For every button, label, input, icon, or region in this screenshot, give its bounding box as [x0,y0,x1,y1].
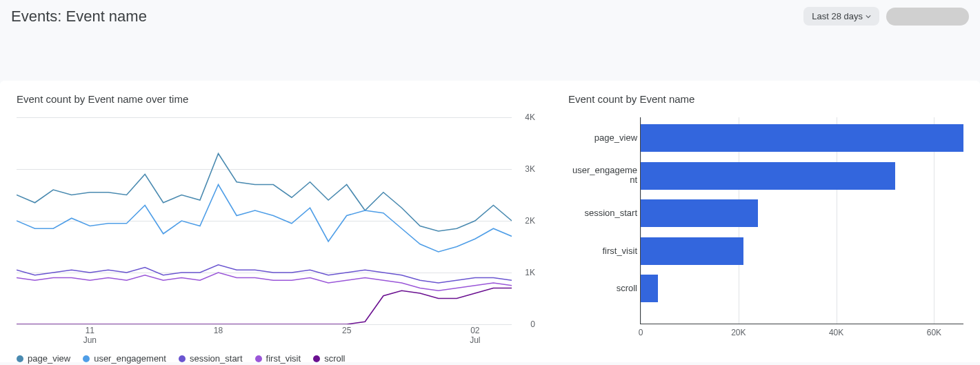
header: Events: Event name Last 28 days [0,0,980,26]
legend-dot-icon [255,355,262,362]
panel-line-chart: Event count by Event name over time 01K2… [0,93,552,362]
bar-user_engagement [641,162,895,190]
line-chart-plot [17,117,512,324]
bar-label-page_view: page_view [568,133,637,144]
series-scroll [17,288,512,325]
x-tick-label: 20K [731,328,746,337]
x-tick-label: 40K [829,328,843,337]
bar-page_view [641,124,963,152]
bar-chart-ylabels: page_viewuser_engagementsession_startfir… [568,117,637,365]
legend-label: session_start [190,353,243,364]
x-tick-label: 60K [927,328,941,337]
y-tick-label: 3K [525,164,535,174]
series-user_engagement [17,185,512,253]
x-tick-label: 02Jul [470,326,480,346]
bar-label-session_start: session_start [568,208,637,219]
date-range-chip[interactable]: Last 28 days [803,7,879,26]
y-tick-label: 2K [525,216,535,226]
bar-label-scroll: scroll [568,284,637,294]
bar-chart-title: Event count by Event name [568,93,963,105]
line-chart-title: Event count by Event name over time [17,93,535,105]
legend-item-scroll[interactable]: scroll [313,353,345,364]
bar-scroll [641,275,658,302]
bar-chart: page_viewuser_engagementsession_startfir… [640,117,963,365]
bar-session_start [641,199,758,227]
legend-item-session_start[interactable]: session_start [179,353,243,364]
legend-label: user_engagement [94,353,166,364]
line-chart-svg [17,117,512,324]
legend-item-user_engagement[interactable]: user_engagement [83,353,166,364]
bar-label-user_engagement: user_engagement [568,166,637,186]
panel-bar-chart: Event count by Event name page_viewuser_… [552,93,980,362]
line-chart-xaxis: 11Jun182502Jul [17,324,512,348]
series-first_visit [17,273,512,290]
page-title: Events: Event name [11,8,147,26]
date-range-label: Last 28 days [812,11,863,21]
legend-item-page_view[interactable]: page_view [17,353,70,364]
legend-label: first_visit [266,353,301,364]
x-tick-label: 18 [214,326,223,335]
x-tick-label: 0 [639,328,643,337]
legend-label: page_view [28,353,70,364]
panels: Event count by Event name over time 01K2… [0,81,980,362]
chevron-down-icon [866,11,871,21]
bar-first_visit [641,237,743,265]
legend-dot-icon [179,355,186,362]
legend-dot-icon [17,355,23,362]
bar-chart-plot: 020K40K60K [640,117,963,324]
bar-label-first_visit: first_visit [568,246,637,256]
y-tick-label: 4K [525,112,535,122]
y-tick-label: 1K [525,268,535,277]
line-chart-legend: page_viewuser_engagementsession_startfir… [17,353,535,364]
series-page_view [17,154,512,232]
line-chart-yaxis: 01K2K3K4K [512,117,535,324]
y-tick-label: 0 [530,319,535,329]
line-chart: 01K2K3K4K [17,117,535,324]
redacted-control[interactable] [886,8,969,26]
legend-dot-icon [83,355,90,362]
legend-label: scroll [324,353,345,364]
legend-dot-icon [313,355,320,362]
x-tick-label: 25 [342,326,351,335]
legend-item-first_visit[interactable]: first_visit [255,353,301,364]
x-tick-label: 11Jun [83,326,97,346]
header-controls: Last 28 days [803,7,969,26]
